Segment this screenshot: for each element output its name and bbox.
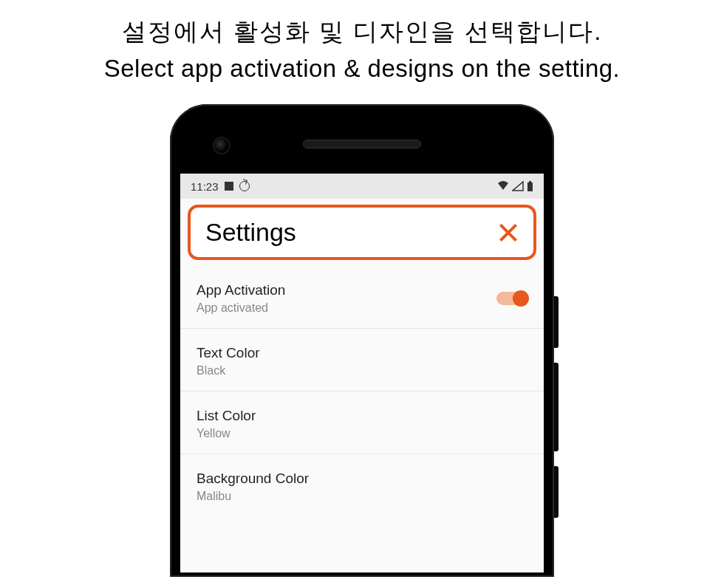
row-title: App Activation [197, 282, 285, 298]
phone-top-bezel [180, 114, 544, 174]
instruction-caption: 설정에서 활성화 및 디자인을 선택합니다. Select app activa… [0, 0, 724, 86]
toggle-knob [513, 290, 529, 307]
close-icon[interactable] [496, 222, 519, 244]
battery-icon [527, 181, 533, 191]
phone-camera [214, 138, 229, 153]
settings-header: Settings [188, 205, 536, 260]
row-background-color[interactable]: Background Color Malibu [180, 454, 544, 516]
row-list-color[interactable]: List Color Yellow [180, 392, 544, 454]
svg-rect-0 [527, 182, 533, 191]
svg-rect-1 [529, 181, 531, 182]
phone-speaker [303, 140, 421, 148]
phone-side-button [554, 296, 559, 348]
stop-icon [225, 182, 233, 191]
caption-english: Select app activation & designs on the s… [0, 50, 724, 87]
caption-korean: 설정에서 활성화 및 디자인을 선택합니다. [0, 13, 724, 50]
settings-list: App Activation App activated Text Color … [180, 266, 544, 516]
phone-side-button [554, 363, 559, 451]
wifi-icon [497, 181, 509, 191]
sync-icon [239, 181, 250, 191]
row-app-activation[interactable]: App Activation App activated [180, 266, 544, 329]
phone-side-button [554, 466, 559, 518]
row-subtitle: Yellow [197, 427, 256, 440]
activation-toggle[interactable] [496, 292, 527, 305]
status-time: 11:23 [191, 180, 219, 193]
row-title: Background Color [197, 471, 309, 487]
row-title: Text Color [197, 345, 260, 361]
page-title: Settings [205, 218, 296, 247]
row-subtitle: Malibu [197, 490, 309, 503]
row-subtitle: App activated [197, 301, 285, 315]
phone-screen: 11:23 Settings App Activation [180, 174, 544, 572]
row-text-color[interactable]: Text Color Black [180, 329, 544, 392]
row-subtitle: Black [197, 364, 260, 377]
row-title: List Color [197, 408, 256, 424]
phone-frame: 11:23 Settings App Activation [170, 104, 554, 577]
status-bar: 11:23 [180, 174, 544, 199]
signal-icon [512, 181, 524, 191]
